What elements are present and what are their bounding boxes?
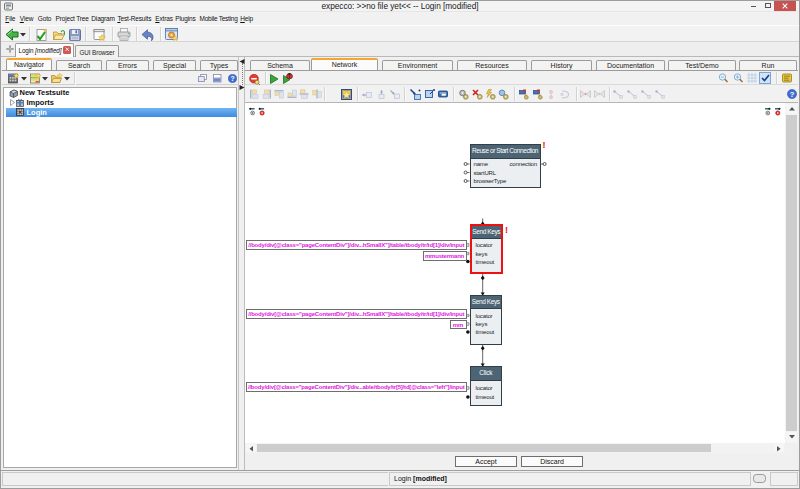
svg-text:?: ? xyxy=(230,75,234,82)
svg-text:?: ? xyxy=(790,90,795,99)
